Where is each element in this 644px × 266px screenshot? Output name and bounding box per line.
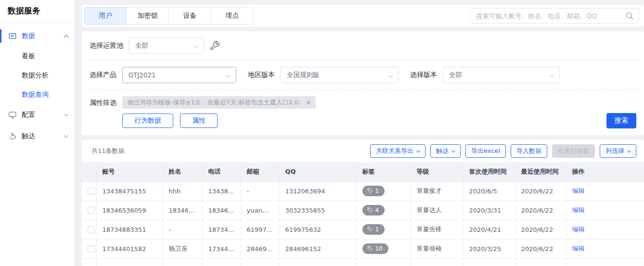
chevron-down-icon [388, 73, 393, 78]
attribute-filter-tag-text: 做过另存为模板-保存≥1次，在最近7天;标签包含土建入口2.0; [127, 98, 301, 107]
attribute-filter-label: 属性筛选 [90, 99, 116, 107]
tag-badge[interactable]: 4 [362, 205, 385, 215]
column-header: 等级 [411, 162, 463, 181]
row-checkbox[interactable] [88, 245, 95, 253]
tag-close-icon[interactable]: × [306, 99, 311, 106]
tag-badge[interactable]: 1 [362, 224, 385, 235]
row-checkbox[interactable] [88, 207, 95, 214]
dashed-divider [90, 60, 636, 61]
edit-link[interactable]: 编辑 [572, 187, 585, 194]
toolbar-button[interactable]: 导出excel [465, 144, 506, 158]
attribute-filter-tag: 做过另存为模板-保存≥1次，在最近7天;标签包含土建入口2.0; × [122, 96, 316, 109]
row-checkbox[interactable] [88, 188, 95, 195]
cell-last_use: 2020/6/22 [515, 201, 566, 220]
column-header: 最近使用时间 [515, 162, 566, 181]
sidebar-item-label: 配置 [22, 111, 35, 119]
toolbar-buttons: 关联关系导出触达导出excel导入数据批量打标签列选择 [370, 144, 636, 158]
sidebar-menu: 数据 看板 数据分析 数据查询 配置 触达 [0, 23, 75, 147]
pool-select[interactable]: 全部 [129, 38, 204, 54]
cell-name: - [163, 220, 202, 239]
product-select[interactable]: GTJ2021 [122, 67, 236, 83]
sidebar-item-kanban[interactable]: 看板 [0, 47, 75, 66]
chevron-down-icon [416, 148, 420, 152]
chevron-down-icon [64, 133, 69, 138]
table-row: 17344401582杨卫东17344401582284696152...284… [82, 239, 644, 258]
behavior-data-button[interactable]: 行为数据 [122, 114, 173, 128]
toolbar-button: 批量打标签 [552, 144, 595, 158]
wrench-icon[interactable] [209, 40, 220, 51]
app-title: 数据服务 [0, 0, 75, 23]
toolbar-button[interactable]: 关联关系导出 [370, 144, 425, 158]
empty-cell [163, 258, 202, 266]
attribute-button[interactable]: 属性 [180, 114, 218, 128]
tab-3[interactable]: 设备 [169, 7, 211, 25]
edit-link[interactable]: 编辑 [572, 206, 585, 214]
checkbox-cell [82, 220, 96, 239]
region-select-value: 全国规则版 [287, 71, 320, 79]
table-row-partial [82, 258, 644, 266]
cell-level: 算量领袖 [411, 239, 463, 258]
cell-qq: 1312063694 [279, 181, 356, 201]
sidebar-item-analysis[interactable]: 数据分析 [0, 66, 75, 85]
checkbox-cell [82, 239, 96, 258]
cell-level: 算量俊才 [411, 181, 463, 201]
cell-name: 18346536059 [163, 201, 202, 220]
pool-select-value: 全部 [135, 41, 148, 50]
empty-cell [411, 258, 463, 266]
cell-phone: 13438475155 [202, 181, 241, 201]
cell-account: 17344401582 [96, 239, 163, 258]
pool-label: 选择运营池 [90, 41, 123, 50]
version-select[interactable]: 全部 [443, 67, 560, 83]
edit-link[interactable]: 编辑 [572, 226, 585, 233]
sidebar-item-reach[interactable]: 触达 [0, 126, 75, 147]
tag-icon [367, 246, 373, 252]
search-button[interactable]: 搜索 [606, 113, 636, 128]
toolbar-button-label: 批量打标签 [558, 147, 589, 155]
toolbar-button[interactable]: 列选择 [600, 144, 636, 158]
sidebar-item-data[interactable]: 数据 [0, 25, 75, 47]
tab-4[interactable]: 埋点 [211, 7, 254, 25]
sidebar-item-query[interactable]: 数据查询 [0, 85, 75, 104]
row-checkbox[interactable] [88, 226, 95, 233]
checkbox-cell [82, 181, 96, 201]
toolbar-button[interactable]: 触达 [430, 144, 461, 158]
sidebar-item-label: 数据查询 [22, 90, 49, 99]
search-input[interactable] [470, 8, 639, 24]
column-header: 账号 [96, 162, 163, 181]
tab-2[interactable]: 加密锁 [127, 7, 169, 25]
cell-email: - [241, 181, 279, 201]
config-icon [8, 110, 17, 120]
cell-action: 编辑 [566, 220, 644, 239]
tab-1[interactable]: 用户 [84, 7, 127, 25]
checkbox-cell [82, 201, 96, 220]
product-label: 选择产品 [90, 71, 116, 79]
tag-badge[interactable]: 1 [362, 186, 385, 196]
cell-first_use: 2020/4/21 [463, 220, 515, 239]
chevron-down-icon [627, 148, 631, 152]
toolbar-button-label: 导出excel [471, 147, 500, 155]
sidebar-item-config[interactable]: 配置 [0, 104, 75, 126]
toolbar-button-label: 触达 [436, 147, 449, 155]
tag-icon [367, 188, 373, 194]
empty-cell [566, 258, 644, 266]
cell-first_use: 2020/3/31 [463, 201, 515, 220]
cell-tags: 1 [356, 220, 411, 239]
toolbar-button[interactable]: 导入数据 [511, 144, 547, 158]
tag-icon [367, 227, 373, 232]
table-row: 183465360591834653605918346536059yuanm-a… [82, 201, 644, 220]
region-select[interactable]: 全国规则版 [281, 67, 399, 83]
empty-cell [96, 258, 163, 266]
tag-badge[interactable]: 10 [362, 243, 388, 254]
chevron-down-icon [451, 148, 455, 152]
cell-name: 杨卫东 [163, 239, 202, 258]
empty-cell [356, 258, 411, 266]
cell-last_use: 2020/6/22 [515, 181, 566, 201]
cell-last_use: 2020/6/22 [515, 220, 566, 239]
cell-qq: 284696152 [279, 239, 356, 258]
table-row: 13438475155hhh13438475155-13120636941算量俊… [82, 181, 644, 201]
cell-email: 619975632... [241, 220, 279, 239]
edit-link[interactable]: 编辑 [572, 245, 585, 252]
cell-phone: 17344401582 [202, 239, 241, 258]
main-content: 用户加密锁设备埋点 选择运营池 全部 选择产品 GTJ2021 [75, 0, 644, 266]
empty-cell [241, 258, 279, 266]
